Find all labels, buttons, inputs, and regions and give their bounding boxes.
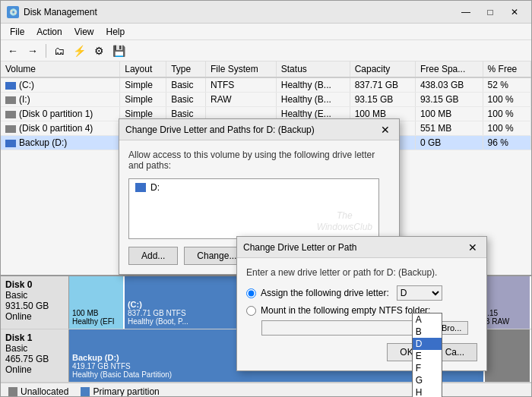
back-button[interactable]: ← (4, 43, 22, 59)
window-title: Disk Management (24, 7, 97, 17)
disk-0-size: 931.50 GB (5, 301, 64, 311)
modal2-title-bar: Change Drive Letter or Path ✕ (237, 237, 486, 258)
legend-box-primary (81, 387, 90, 396)
add-button[interactable]: Add... (128, 247, 178, 265)
disk-1-seg-unalloc[interactable] (485, 329, 531, 382)
legend-primary-label: Primary partition (93, 386, 159, 397)
radio-group: Assign the following drive letter: D A B… (246, 285, 477, 336)
drive-letter-select[interactable]: D A B E F G H J K (397, 285, 442, 301)
watermark: The WindowsClub (317, 210, 372, 232)
table-row[interactable]: (I:)SimpleBasicRAWHealthy (B...93.15 GB9… (1, 93, 531, 107)
col-status[interactable]: Status (276, 61, 350, 77)
col-free[interactable]: Free Spa... (415, 61, 483, 77)
letter-b[interactable]: B (413, 326, 442, 338)
letter-a[interactable]: A (413, 314, 442, 326)
menu-help[interactable]: Help (100, 25, 131, 39)
watermark-line1: The (317, 210, 372, 221)
legend-unalloc-label: Unallocated (21, 386, 68, 397)
disk-0-label: Disk 0 Basic 931.50 GB Online (1, 276, 69, 329)
legend-box-unalloc (8, 387, 17, 396)
mount-folder-label: Mount in the following empty NTFS folder… (261, 305, 430, 316)
maximize-button[interactable]: □ (480, 5, 501, 20)
menu-bar: File Action View Help (1, 24, 531, 40)
modal1-close-button[interactable]: ✕ (378, 123, 393, 137)
modal2-description: Enter a new drive letter or path for D: … (246, 267, 477, 278)
toolbar-separator-1 (46, 44, 46, 58)
assign-letter-row: Assign the following drive letter: D A B… (246, 285, 477, 301)
disk-1-size: 465.75 GB (5, 354, 64, 364)
disk-1-type: Basic (5, 343, 64, 354)
title-bar: 💿 Disk Management — □ ✕ (1, 1, 531, 24)
letter-d[interactable]: D (413, 338, 442, 350)
letter-h[interactable]: H (413, 386, 442, 397)
disk-0-efi-size: 100 MB (72, 309, 120, 317)
drive-letter-dropdown-list[interactable]: A B D E F G H J K (412, 313, 442, 397)
drive-d-icon (135, 183, 146, 192)
disk-0-name: Disk 0 (5, 279, 64, 290)
modal1-description: Allow access to this volume by using the… (128, 150, 390, 171)
modal1-title-text: Change Drive Letter and Paths for D: (Ba… (125, 124, 315, 135)
col-type[interactable]: Type (166, 61, 206, 77)
disk-0-type: Basic (5, 290, 64, 301)
assign-letter-label: Assign the following drive letter: (261, 288, 389, 298)
disk-1-label: Disk 1 Basic 465.75 GB Online (1, 329, 69, 382)
menu-action[interactable]: Action (30, 25, 68, 39)
col-layout[interactable]: Layout (120, 61, 166, 77)
action-button[interactable]: ⚡ (70, 43, 88, 59)
modal-change-drive-letter[interactable]: Change Drive Letter or Path ✕ Enter a ne… (236, 236, 487, 371)
toolbar: ← → 🗂 ⚡ ⚙ 💾 (1, 40, 531, 61)
modal1-title-bar: Change Drive Letter and Paths for D: (Ba… (119, 119, 399, 140)
close-button[interactable]: ✕ (504, 5, 525, 20)
drive-list-item-d[interactable]: D: (129, 179, 378, 196)
disk-1-status: Online (5, 364, 64, 375)
drive-d-letter: D: (150, 182, 160, 193)
col-volume[interactable]: Volume (1, 61, 120, 77)
assign-letter-radio[interactable] (246, 288, 256, 298)
letter-f[interactable]: F (413, 362, 442, 374)
legend-primary: Primary partition (81, 386, 159, 397)
modal2-title-text: Change Drive Letter or Path (243, 242, 356, 253)
modal2-close-button[interactable]: ✕ (465, 241, 480, 254)
save-button[interactable]: 💾 (109, 43, 128, 59)
folder-path-input[interactable] (261, 320, 429, 336)
mount-folder-row: Mount in the following empty NTFS folder… (246, 305, 477, 316)
disk-0-seg-efi[interactable]: 100 MB Healthy (EFI (69, 276, 125, 329)
modal2-body: Enter a new drive letter or path for D: … (237, 258, 486, 370)
mount-folder-radio[interactable] (246, 306, 256, 316)
folder-button[interactable]: 🗂 (50, 43, 68, 59)
col-pct[interactable]: % Free (483, 61, 530, 77)
menu-view[interactable]: View (68, 25, 100, 39)
letter-g[interactable]: G (413, 374, 442, 386)
disk-0-status: Online (5, 311, 64, 322)
legend-bar: Unallocated Primary partition (1, 383, 531, 396)
disk-0-efi-type: Healthy (EFI (72, 317, 120, 326)
app-icon: 💿 (7, 6, 19, 18)
col-capacity[interactable]: Capacity (350, 61, 415, 77)
minimize-button[interactable]: — (455, 5, 477, 20)
forward-button[interactable]: → (24, 43, 42, 59)
disk-1-name: Disk 1 (5, 332, 64, 343)
table-row[interactable]: (C:)SimpleBasicNTFSHealthy (B...837.71 G… (1, 77, 531, 93)
modal2-footer: OK Ca... (246, 343, 477, 361)
drive-list-box[interactable]: D: The WindowsClub (128, 178, 379, 239)
settings-button[interactable]: ⚙ (90, 43, 108, 59)
col-fs[interactable]: File System (206, 61, 277, 77)
watermark-line2: WindowsClub (317, 222, 372, 232)
legend-unallocated: Unallocated (8, 386, 68, 397)
window-controls: — □ ✕ (455, 5, 525, 20)
menu-file[interactable]: File (4, 25, 30, 39)
path-input-row: Bro... (261, 320, 477, 336)
letter-e[interactable]: E (413, 350, 442, 362)
